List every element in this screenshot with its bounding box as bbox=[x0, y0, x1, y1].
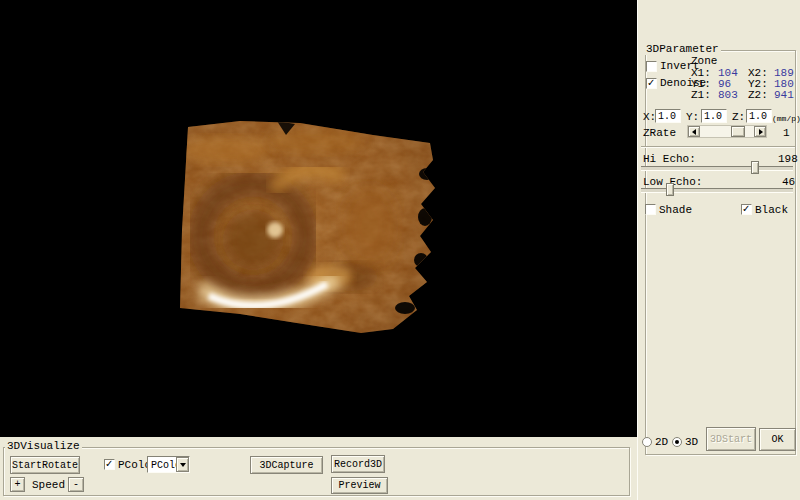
zrate-value: 1 bbox=[783, 128, 790, 139]
record-button[interactable]: Record3D bbox=[331, 455, 385, 473]
spacing-y-input[interactable] bbox=[701, 109, 727, 123]
invert-checkbox[interactable] bbox=[646, 61, 657, 72]
speed-minus-button[interactable]: - bbox=[68, 477, 84, 492]
chevron-down-icon bbox=[180, 463, 186, 467]
start3d-button[interactable]: 3DStart bbox=[706, 427, 756, 451]
black-checkbox[interactable] bbox=[741, 204, 752, 215]
speed-label: Speed bbox=[32, 480, 65, 491]
zrate-left-arrow-icon[interactable] bbox=[688, 126, 700, 137]
arrow-left-icon bbox=[692, 129, 696, 135]
hi-echo-thumb[interactable] bbox=[751, 161, 759, 174]
zrate-label: ZRate bbox=[643, 128, 676, 139]
speed-plus-button[interactable]: + bbox=[10, 477, 25, 492]
ultrasound-render bbox=[165, 112, 445, 347]
shade-checkbox[interactable] bbox=[645, 204, 656, 215]
spacing-unit-label: (mm/p) bbox=[772, 113, 800, 124]
mode-3d-label: 3D bbox=[685, 437, 698, 448]
zone-z1-value: 803 bbox=[718, 90, 738, 101]
spacing-z-input[interactable] bbox=[746, 109, 772, 123]
pcolor-select[interactable]: PColor bbox=[147, 456, 190, 473]
ok-button[interactable]: OK bbox=[759, 428, 796, 451]
capture-button[interactable]: 3DCapture bbox=[250, 456, 323, 474]
shade-label: Shade bbox=[659, 205, 692, 216]
zone-z2-label: Z2: bbox=[748, 90, 768, 101]
low-echo-value: 46 bbox=[782, 177, 795, 188]
spacing-y-label: Y: bbox=[686, 112, 699, 123]
mode-2d-radio[interactable] bbox=[642, 437, 652, 447]
zrate-thumb[interactable] bbox=[731, 126, 745, 137]
arrow-right-icon bbox=[759, 129, 763, 135]
separator bbox=[641, 146, 795, 148]
zone-z1-label: Z1: bbox=[691, 90, 711, 101]
hi-echo-value: 198 bbox=[778, 154, 798, 165]
zone-label: Zone bbox=[691, 56, 717, 67]
spacing-x-input[interactable] bbox=[655, 109, 681, 123]
hi-echo-track[interactable] bbox=[641, 166, 793, 171]
denoise-checkbox[interactable] bbox=[646, 78, 657, 89]
parameter-group-title: 3DParameter bbox=[644, 44, 721, 55]
mode-2d-label: 2D bbox=[655, 437, 668, 448]
black-label: Black bbox=[755, 205, 788, 216]
app-window: { "colors": { "panel_bg": "#ece9d8", "va… bbox=[0, 0, 800, 500]
pcolor-checkbox[interactable] bbox=[104, 459, 115, 470]
low-echo-thumb[interactable] bbox=[666, 183, 674, 196]
mode-3d-radio[interactable] bbox=[672, 437, 682, 447]
preview-button[interactable]: Preview bbox=[331, 477, 388, 494]
start-rotate-button[interactable]: StartRotate bbox=[10, 456, 80, 474]
zrate-right-arrow-icon[interactable] bbox=[754, 126, 766, 137]
pcolor-dropdown-button[interactable] bbox=[176, 457, 189, 472]
low-echo-track[interactable] bbox=[641, 188, 793, 193]
zone-z2-value: 941 bbox=[774, 90, 794, 101]
hi-echo-label: Hi Echo: bbox=[643, 154, 696, 165]
zrate-scrollbar[interactable] bbox=[687, 125, 767, 138]
visualize-group-title: 3DVisualize bbox=[5, 441, 82, 452]
spacing-z-label: Z: bbox=[732, 112, 745, 123]
